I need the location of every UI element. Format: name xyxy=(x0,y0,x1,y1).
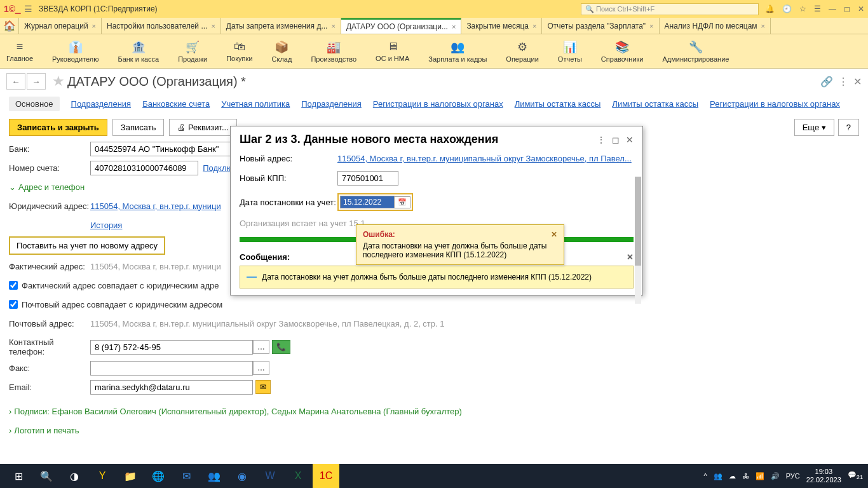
tab-active[interactable]: ДАТАРУ ООО (Организаци...× xyxy=(341,18,461,34)
outlook-icon[interactable]: ✉ xyxy=(173,464,200,488)
message-item[interactable]: — Дата постановки на учет должна быть бо… xyxy=(240,266,634,288)
fax-input[interactable] xyxy=(90,361,253,376)
reg-date-input[interactable] xyxy=(340,196,395,208)
section-operations[interactable]: ⚙Операции xyxy=(506,40,538,63)
filter-icon[interactable]: ☰ xyxy=(814,4,821,13)
new-addr-link[interactable]: 115054, Москва г, вн.тер.г. муниципальны… xyxy=(337,154,632,163)
minimize-icon[interactable]: — xyxy=(829,4,836,13)
chevron-right-icon[interactable]: › xyxy=(9,407,11,416)
section-main[interactable]: ≡Главное xyxy=(6,40,33,62)
email-button[interactable]: ✉ xyxy=(255,380,271,394)
menu-icon[interactable]: ☰ xyxy=(24,4,32,14)
subnav-cash-limits2[interactable]: Лимиты остатка кассы xyxy=(612,99,698,109)
legal-addr-link[interactable]: 115054, Москва г, вн.тер.г. муници xyxy=(90,201,221,211)
tray-onedrive-icon[interactable]: ☁ xyxy=(729,472,736,480)
dial-button[interactable]: 📞 xyxy=(272,340,290,354)
tray-lang[interactable]: РУС xyxy=(786,472,800,480)
fax-more-button[interactable]: … xyxy=(253,361,269,375)
subnav-cash-limits[interactable]: Лимиты остатка кассы xyxy=(515,99,601,109)
yandex-icon[interactable]: Y xyxy=(89,464,116,488)
subnav-bank-accounts[interactable]: Банковские счета xyxy=(142,99,210,109)
modal-menu-icon[interactable]: ⋮ xyxy=(597,135,606,145)
signatures-section[interactable]: Подписи: Ефанов Василий Олегович (Исполн… xyxy=(14,407,462,416)
favorite-star-icon[interactable]: ★ xyxy=(52,73,65,90)
tab-close-icon[interactable]: × xyxy=(331,22,335,30)
chrome-icon[interactable]: 🌐 xyxy=(145,464,172,488)
modal-close-icon[interactable]: ✕ xyxy=(626,135,634,145)
section-admin[interactable]: 🔧Администрирование xyxy=(663,40,729,63)
tab[interactable]: Закрытие месяца× xyxy=(461,18,542,34)
requisites-button[interactable]: 🖨 Реквизит... xyxy=(169,119,236,136)
section-warehouse[interactable]: 📦Склад xyxy=(272,40,292,63)
subnav-tax-registrations2[interactable]: Регистрации в налоговых органах xyxy=(710,99,840,109)
section-reports[interactable]: 📊Отчеты xyxy=(558,40,582,63)
subnav-divisions[interactable]: Подразделения xyxy=(71,99,132,109)
help-button[interactable]: ? xyxy=(838,119,859,136)
excel-icon[interactable]: X xyxy=(285,464,311,488)
messages-close-icon[interactable]: ✕ xyxy=(627,252,634,262)
chevron-right-icon[interactable]: › xyxy=(9,426,11,435)
subnav-accounting-policy[interactable]: Учетная политика xyxy=(221,99,290,109)
more-button[interactable]: Еще ▾ xyxy=(794,119,834,136)
section-purchase[interactable]: 🛍Покупки xyxy=(226,40,252,62)
taskbar-taskview-icon[interactable]: ◑ xyxy=(61,464,88,488)
edge-icon[interactable]: ◉ xyxy=(229,464,255,488)
tab-close-icon[interactable]: × xyxy=(211,22,215,30)
register-new-address-button[interactable]: Поставить на учет по новому адресу xyxy=(9,236,165,255)
actual-same-checkbox[interactable] xyxy=(9,281,18,290)
section-production[interactable]: 🏭Производство xyxy=(311,40,356,63)
tab[interactable]: Настройки пользователей ...× xyxy=(102,18,221,34)
save-button[interactable]: Записать xyxy=(112,119,165,136)
section-sales[interactable]: 🛒Продажи xyxy=(178,40,207,63)
calendar-icon[interactable]: 📅 xyxy=(395,196,410,208)
tab-close-icon[interactable]: × xyxy=(92,22,96,30)
home-tab[interactable]: 🏠 xyxy=(0,18,19,34)
tab-close-icon[interactable]: × xyxy=(532,22,536,30)
tab-close-icon[interactable]: × xyxy=(761,22,765,30)
taskbar-search-icon[interactable]: 🔍 xyxy=(33,464,60,488)
close-window-icon[interactable]: ✕ xyxy=(858,4,864,13)
tray-sound-icon[interactable]: 🔊 xyxy=(771,472,780,480)
address-section-title[interactable]: Адрес и телефон xyxy=(18,182,85,192)
history-icon[interactable]: 🕘 xyxy=(782,4,792,13)
section-bank[interactable]: 🏦Банк и касса xyxy=(118,40,159,63)
section-hr[interactable]: 👥Зарплата и кадры xyxy=(428,40,487,63)
nav-forward-button[interactable]: → xyxy=(27,73,46,90)
new-kpp-input[interactable] xyxy=(337,171,398,186)
tab-close-icon[interactable]: × xyxy=(452,23,456,30)
tray-notifications-icon[interactable]: 💬21 xyxy=(848,471,863,480)
tray-network-icon[interactable]: 🖧 xyxy=(742,472,749,480)
tray-clock[interactable]: 19:03 22.02.2023 xyxy=(806,468,841,484)
phone-more-button[interactable]: … xyxy=(253,340,269,354)
email-input[interactable] xyxy=(90,380,253,395)
subnav-main[interactable]: Основное xyxy=(9,97,60,111)
bell-icon[interactable]: 🔔 xyxy=(765,4,775,13)
link-icon[interactable]: 🔗 xyxy=(820,76,833,88)
close-page-icon[interactable]: ✕ xyxy=(853,76,862,88)
tray-chevron-icon[interactable]: ^ xyxy=(704,472,707,480)
account-input[interactable] xyxy=(90,161,198,175)
global-search[interactable]: 🔍 Поиск Ctrl+Shift+F xyxy=(581,3,759,15)
phone-input[interactable] xyxy=(90,340,253,355)
teams-icon[interactable]: 👥 xyxy=(201,464,227,488)
explorer-icon[interactable]: 📁 xyxy=(117,464,144,488)
modal-maximize-icon[interactable]: ◻ xyxy=(612,135,620,145)
logo-section[interactable]: Логотип и печать xyxy=(14,426,79,435)
section-references[interactable]: 📚Справочники xyxy=(601,40,644,63)
save-close-button[interactable]: Записать и закрыть xyxy=(9,119,107,136)
history-link[interactable]: История xyxy=(90,220,122,230)
modal-scrollbar[interactable] xyxy=(635,177,641,304)
postal-same-checkbox[interactable] xyxy=(9,300,18,309)
tray-wifi-icon[interactable]: 📶 xyxy=(756,472,764,480)
nav-back-button[interactable]: ← xyxy=(6,73,25,90)
tab[interactable]: Отчеты раздела "Зарплата"× xyxy=(542,18,659,34)
tab[interactable]: Анализ НДФЛ по месяцам× xyxy=(660,18,771,34)
subnav-tax-registrations[interactable]: Регистрации в налоговых органах xyxy=(373,99,503,109)
star-icon[interactable]: ☆ xyxy=(799,4,806,13)
chevron-down-icon[interactable]: ⌄ xyxy=(9,182,16,192)
start-button[interactable]: ⊞ xyxy=(5,464,32,488)
1c-taskbar-icon[interactable]: 1С xyxy=(313,464,339,488)
tray-teams-icon[interactable]: 👥 xyxy=(714,472,722,480)
word-icon[interactable]: W xyxy=(257,464,283,488)
section-manager[interactable]: 👔Руководителю xyxy=(52,40,98,63)
